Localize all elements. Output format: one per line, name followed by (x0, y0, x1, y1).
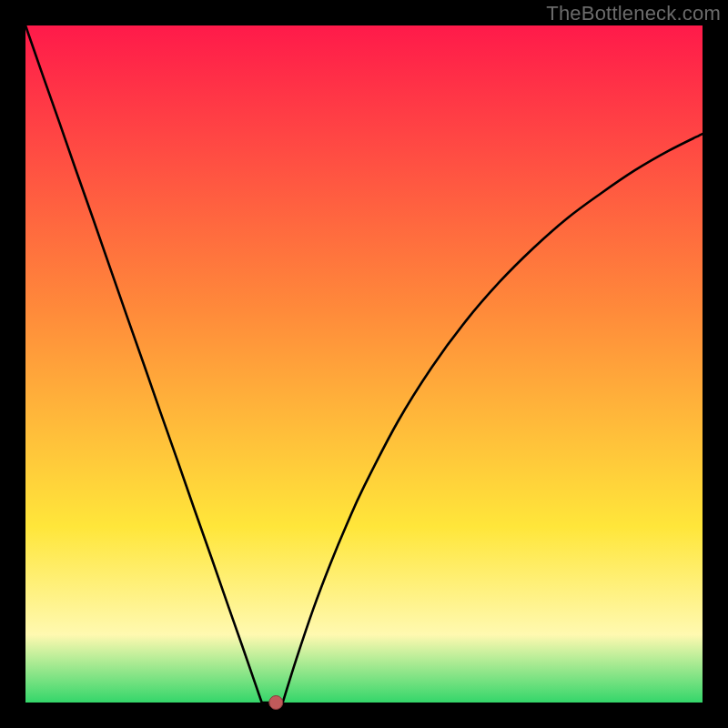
watermark-text: TheBottleneck.com (546, 2, 721, 25)
plot-area (25, 25, 703, 703)
bottleneck-chart (0, 0, 728, 728)
optimal-point-marker (269, 696, 283, 710)
chart-container: { "watermark": "TheBottleneck.com", "col… (0, 0, 728, 728)
